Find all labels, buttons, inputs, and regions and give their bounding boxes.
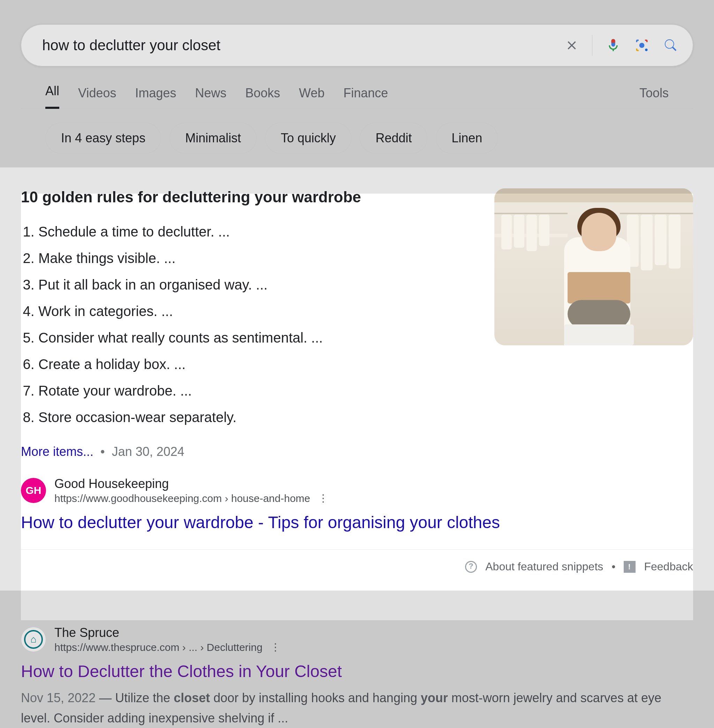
separator-dot: •: [612, 560, 615, 573]
list-item: Create a holiday box. ...: [38, 351, 477, 378]
tab-videos[interactable]: Videos: [78, 86, 116, 109]
list-item: Rotate your wardrobe. ...: [38, 378, 477, 404]
featured-source-title-link[interactable]: How to declutter your wardrobe - Tips fo…: [21, 513, 693, 532]
chip[interactable]: In 4 easy steps: [45, 123, 161, 153]
list-item: Put it all back in an organised way. ...: [38, 271, 477, 298]
tab-finance[interactable]: Finance: [344, 86, 388, 109]
search-icon[interactable]: [663, 37, 679, 53]
chip[interactable]: Reddit: [360, 123, 428, 153]
chip[interactable]: Minimalist: [170, 123, 256, 153]
search-results-page: All Videos Images News Books Web Finance…: [0, 0, 714, 728]
featured-snippet-list: Schedule a time to declutter. ... Make t…: [21, 218, 477, 430]
list-item: Store occasion-wear separately.: [38, 404, 477, 430]
list-item: Make things visible. ...: [38, 245, 477, 271]
favicon-thespruce: ⌂: [21, 627, 46, 652]
voice-search-icon[interactable]: [606, 38, 621, 53]
source-url: https://www.goodhousekeeping.com › house…: [54, 493, 310, 504]
search-bar: [21, 24, 693, 66]
refinement-chips: In 4 easy steps Minimalist To quickly Re…: [21, 109, 693, 167]
help-icon: [465, 561, 477, 573]
tab-web[interactable]: Web: [299, 86, 325, 109]
divider: [592, 35, 592, 56]
search-bar-icons: [565, 35, 679, 56]
list-item: Work in categories. ...: [38, 298, 477, 324]
list-item: Schedule a time to declutter. ...: [38, 218, 477, 245]
featured-snippet-image[interactable]: [494, 188, 693, 345]
result-site-name: The Spruce: [54, 626, 280, 640]
svg-point-0: [639, 43, 645, 48]
more-items-link[interactable]: More items...: [21, 444, 93, 459]
svg-point-1: [645, 48, 647, 51]
result-menu-icon[interactable]: ⋮: [318, 492, 328, 504]
feedback-icon: [624, 561, 636, 573]
tab-news[interactable]: News: [195, 86, 226, 109]
tab-all[interactable]: All: [45, 84, 59, 109]
tab-books[interactable]: Books: [245, 86, 280, 109]
snippet-highlight: closet: [174, 691, 210, 705]
search-input[interactable]: [42, 37, 565, 54]
featured-snippet: 10 golden rules for decluttering your wa…: [0, 167, 714, 591]
top-area: All Videos Images News Books Web Finance…: [0, 0, 714, 167]
chip[interactable]: To quickly: [265, 123, 351, 153]
clear-icon[interactable]: [565, 38, 579, 52]
feedback-link[interactable]: Feedback: [644, 560, 693, 573]
list-item: Consider what really counts as sentiment…: [38, 324, 477, 351]
lens-search-icon[interactable]: [634, 38, 650, 53]
house-icon: ⌂: [31, 634, 37, 645]
snippet-text: door by installing hooks and hanging: [210, 691, 420, 705]
search-result: ⌂ The Spruce https://www.thespruce.com ›…: [21, 626, 693, 728]
featured-snippet-title: 10 golden rules for decluttering your wa…: [21, 188, 477, 206]
featured-source: GH Good Housekeeping https://www.goodhou…: [21, 477, 693, 532]
result-title-link[interactable]: How to Declutter the Clothes in Your Clo…: [21, 662, 693, 681]
separator-dot: •: [100, 444, 105, 459]
result-url: https://www.thespruce.com › ... › Declut…: [54, 641, 262, 653]
favicon-goodhousekeeping: GH: [21, 478, 46, 503]
source-site-name: Good Housekeeping: [54, 477, 328, 491]
chip[interactable]: Linen: [436, 123, 498, 153]
featured-snippet-date: Jan 30, 2024: [112, 444, 184, 459]
about-featured-snippets-link[interactable]: About featured snippets: [485, 560, 603, 573]
tab-images[interactable]: Images: [135, 86, 176, 109]
search-tabs: All Videos Images News Books Web Finance…: [21, 84, 693, 109]
result-snippet-date: Nov 15, 2022: [21, 691, 96, 705]
snippet-highlight: your: [421, 691, 448, 705]
organic-results: ⌂ The Spruce https://www.thespruce.com ›…: [0, 591, 714, 728]
result-snippet: Nov 15, 2022 — Utilize the closet door b…: [21, 688, 693, 728]
tools-button[interactable]: Tools: [639, 86, 669, 109]
featured-footer: About featured snippets • Feedback: [21, 549, 693, 573]
result-menu-icon[interactable]: ⋮: [270, 641, 280, 653]
snippet-text: — Utilize the: [96, 691, 174, 705]
